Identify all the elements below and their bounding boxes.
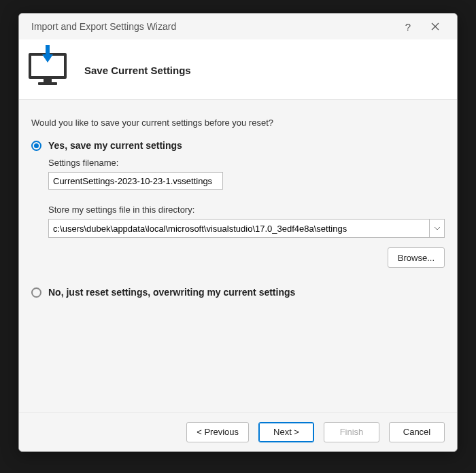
wizard-footer: < Previous Next > Finish Cancel (19, 412, 457, 451)
finish-button[interactable]: Finish (324, 422, 379, 442)
close-icon (431, 22, 439, 31)
directory-label: Store my settings file in this directory… (48, 205, 445, 215)
chevron-down-icon (435, 227, 440, 230)
radio-yes-label: Yes, save my current settings (48, 140, 182, 151)
cancel-button[interactable]: Cancel (389, 422, 445, 442)
directory-dropdown-button[interactable] (430, 219, 445, 238)
filename-label: Settings filename: (48, 158, 445, 168)
radio-yes-indicator (31, 141, 41, 151)
page-title: Save Current Settings (84, 65, 191, 76)
browse-button[interactable]: Browse... (388, 247, 445, 268)
browse-row: Browse... (48, 247, 445, 268)
directory-input[interactable] (48, 219, 430, 238)
wizard-body: Would you like to save your current sett… (19, 100, 457, 412)
window-title: Import and Export Settings Wizard (31, 21, 394, 32)
close-button[interactable] (422, 16, 449, 37)
radio-no-indicator (31, 287, 41, 298)
radio-no-label: No, just reset settings, overwriting my … (48, 287, 295, 298)
wizard-dialog: Import and Export Settings Wizard ? Save… (18, 13, 458, 452)
wizard-header: Save Current Settings (19, 39, 457, 100)
prompt-text: Would you like to save your current sett… (31, 118, 445, 128)
yes-subsection: Settings filename: Store my settings fil… (48, 158, 445, 268)
directory-row (48, 219, 445, 238)
next-button[interactable]: Next > (258, 422, 314, 442)
filename-input[interactable] (48, 172, 223, 190)
titlebar: Import and Export Settings Wizard ? (19, 14, 457, 39)
save-settings-icon (29, 46, 68, 86)
radio-option-yes[interactable]: Yes, save my current settings (31, 140, 445, 151)
previous-button[interactable]: < Previous (186, 422, 249, 442)
help-button[interactable]: ? (394, 16, 422, 37)
radio-option-no[interactable]: No, just reset settings, overwriting my … (31, 287, 445, 298)
